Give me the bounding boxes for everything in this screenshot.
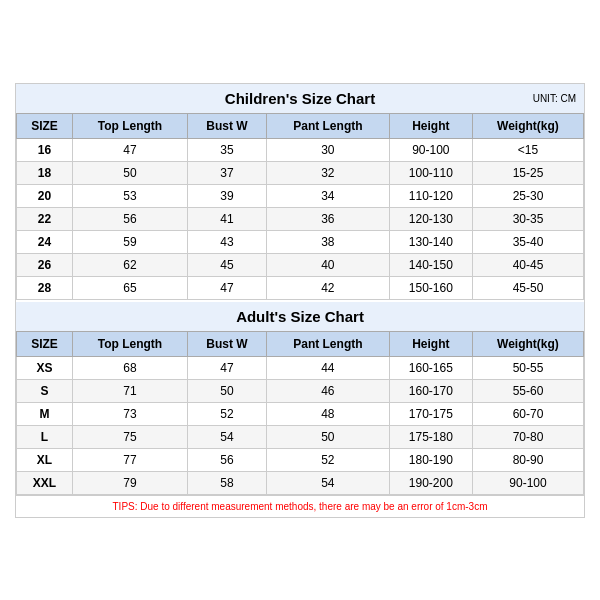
data-cell: 35-40 xyxy=(472,230,583,253)
data-cell: 160-170 xyxy=(389,379,472,402)
adult-tbody: XS684744160-16550-55S715046160-17055-60M… xyxy=(17,356,584,494)
data-cell: 71 xyxy=(72,379,187,402)
data-cell: 60-70 xyxy=(472,402,583,425)
data-cell: 44 xyxy=(266,356,389,379)
data-cell: <15 xyxy=(472,138,583,161)
data-cell: 59 xyxy=(72,230,187,253)
data-cell: 39 xyxy=(188,184,267,207)
data-cell: 50 xyxy=(266,425,389,448)
children-table: SIZE Top Length Bust W Pant Length Heigh… xyxy=(16,113,584,300)
table-row: L755450175-18070-80 xyxy=(17,425,584,448)
data-cell: 41 xyxy=(188,207,267,230)
data-cell: 100-110 xyxy=(389,161,472,184)
data-cell: 75 xyxy=(72,425,187,448)
size-cell: L xyxy=(17,425,73,448)
size-cell: XXL xyxy=(17,471,73,494)
data-cell: 43 xyxy=(188,230,267,253)
children-tbody: 1647353090-100<1518503732100-11015-25205… xyxy=(17,138,584,299)
data-cell: 52 xyxy=(266,448,389,471)
size-cell: 24 xyxy=(17,230,73,253)
data-cell: 62 xyxy=(72,253,187,276)
col-height: Height xyxy=(389,113,472,138)
data-cell: 180-190 xyxy=(389,448,472,471)
data-cell: 140-150 xyxy=(389,253,472,276)
size-cell: XS xyxy=(17,356,73,379)
adult-col-size: SIZE xyxy=(17,331,73,356)
data-cell: 65 xyxy=(72,276,187,299)
data-cell: 36 xyxy=(266,207,389,230)
data-cell: 80-90 xyxy=(472,448,583,471)
size-cell: 22 xyxy=(17,207,73,230)
adult-section-title: Adult's Size Chart xyxy=(16,302,584,331)
data-cell: 110-120 xyxy=(389,184,472,207)
data-cell: 35 xyxy=(188,138,267,161)
table-row: M735248170-17560-70 xyxy=(17,402,584,425)
data-cell: 56 xyxy=(72,207,187,230)
data-cell: 42 xyxy=(266,276,389,299)
adult-col-height: Height xyxy=(389,331,472,356)
data-cell: 90-100 xyxy=(472,471,583,494)
data-cell: 73 xyxy=(72,402,187,425)
table-row: 20533934110-12025-30 xyxy=(17,184,584,207)
data-cell: 46 xyxy=(266,379,389,402)
data-cell: 90-100 xyxy=(389,138,472,161)
size-cell: 28 xyxy=(17,276,73,299)
size-cell: M xyxy=(17,402,73,425)
data-cell: 58 xyxy=(188,471,267,494)
size-cell: S xyxy=(17,379,73,402)
table-row: XS684744160-16550-55 xyxy=(17,356,584,379)
data-cell: 47 xyxy=(188,356,267,379)
col-pant-length: Pant Length xyxy=(266,113,389,138)
data-cell: 190-200 xyxy=(389,471,472,494)
data-cell: 79 xyxy=(72,471,187,494)
data-cell: 25-30 xyxy=(472,184,583,207)
adult-table: SIZE Top Length Bust W Pant Length Heigh… xyxy=(16,331,584,495)
table-row: 26624540140-15040-45 xyxy=(17,253,584,276)
data-cell: 54 xyxy=(188,425,267,448)
size-cell: 26 xyxy=(17,253,73,276)
data-cell: 48 xyxy=(266,402,389,425)
col-top-length: Top Length xyxy=(72,113,187,138)
table-row: 18503732100-11015-25 xyxy=(17,161,584,184)
data-cell: 55-60 xyxy=(472,379,583,402)
table-row: XL775652180-19080-90 xyxy=(17,448,584,471)
data-cell: 175-180 xyxy=(389,425,472,448)
table-row: XXL795854190-20090-100 xyxy=(17,471,584,494)
data-cell: 77 xyxy=(72,448,187,471)
data-cell: 47 xyxy=(188,276,267,299)
table-row: S715046160-17055-60 xyxy=(17,379,584,402)
adult-header-row: SIZE Top Length Bust W Pant Length Heigh… xyxy=(17,331,584,356)
tips-text: TIPS: Due to different measurement metho… xyxy=(16,495,584,517)
data-cell: 38 xyxy=(266,230,389,253)
data-cell: 15-25 xyxy=(472,161,583,184)
children-section-title: Children's Size Chart UNIT: CM xyxy=(16,84,584,113)
data-cell: 170-175 xyxy=(389,402,472,425)
size-chart: Children's Size Chart UNIT: CM SIZE Top … xyxy=(15,83,585,518)
col-weight: Weight(kg) xyxy=(472,113,583,138)
col-size: SIZE xyxy=(17,113,73,138)
data-cell: 30-35 xyxy=(472,207,583,230)
size-cell: 16 xyxy=(17,138,73,161)
data-cell: 45 xyxy=(188,253,267,276)
table-row: 28654742150-16045-50 xyxy=(17,276,584,299)
data-cell: 45-50 xyxy=(472,276,583,299)
unit-label: UNIT: CM xyxy=(533,93,576,104)
data-cell: 150-160 xyxy=(389,276,472,299)
adult-col-pant-length: Pant Length xyxy=(266,331,389,356)
data-cell: 120-130 xyxy=(389,207,472,230)
data-cell: 50 xyxy=(72,161,187,184)
data-cell: 34 xyxy=(266,184,389,207)
children-header-row: SIZE Top Length Bust W Pant Length Heigh… xyxy=(17,113,584,138)
adult-col-weight: Weight(kg) xyxy=(472,331,583,356)
children-title-text: Children's Size Chart xyxy=(225,90,375,107)
data-cell: 47 xyxy=(72,138,187,161)
data-cell: 70-80 xyxy=(472,425,583,448)
table-row: 1647353090-100<15 xyxy=(17,138,584,161)
data-cell: 32 xyxy=(266,161,389,184)
data-cell: 54 xyxy=(266,471,389,494)
data-cell: 50-55 xyxy=(472,356,583,379)
data-cell: 68 xyxy=(72,356,187,379)
data-cell: 52 xyxy=(188,402,267,425)
adult-title-text: Adult's Size Chart xyxy=(236,308,364,325)
data-cell: 160-165 xyxy=(389,356,472,379)
